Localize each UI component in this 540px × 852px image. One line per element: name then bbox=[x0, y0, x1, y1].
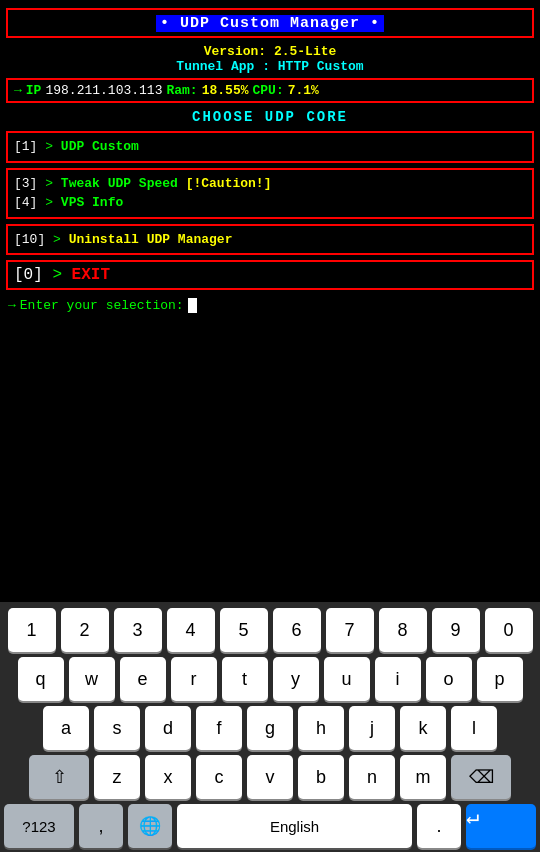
key-1[interactable]: 1 bbox=[8, 608, 56, 652]
key-t[interactable]: t bbox=[222, 657, 268, 701]
terminal-area: • UDP Custom Manager • Version: 2.5-Lite… bbox=[0, 0, 540, 325]
spacer bbox=[0, 325, 540, 602]
app-title: • UDP Custom Manager • bbox=[156, 15, 384, 32]
key-i[interactable]: i bbox=[375, 657, 421, 701]
a-row: a s d f g h j k l bbox=[4, 706, 536, 750]
key-0[interactable]: 0 bbox=[485, 608, 533, 652]
menu-box-uninstall: [10] > Uninstall UDP Manager bbox=[6, 224, 534, 256]
num-sym-key[interactable]: ?123 bbox=[4, 804, 74, 848]
key-4[interactable]: 4 bbox=[167, 608, 215, 652]
key-d[interactable]: d bbox=[145, 706, 191, 750]
return-icon: ↵ bbox=[466, 806, 479, 831]
key-7[interactable]: 7 bbox=[326, 608, 374, 652]
key-n[interactable]: n bbox=[349, 755, 395, 799]
key-w[interactable]: w bbox=[69, 657, 115, 701]
menu-item-3: [3] > Tweak UDP Speed [!Caution!] bbox=[14, 174, 526, 194]
key-h[interactable]: h bbox=[298, 706, 344, 750]
key-y[interactable]: y bbox=[273, 657, 319, 701]
ram-label: Ram: bbox=[166, 83, 197, 98]
key-o[interactable]: o bbox=[426, 657, 472, 701]
key-x[interactable]: x bbox=[145, 755, 191, 799]
key-6[interactable]: 6 bbox=[273, 608, 321, 652]
period-key[interactable]: . bbox=[417, 804, 461, 848]
key-v[interactable]: v bbox=[247, 755, 293, 799]
backspace-icon: ⌫ bbox=[469, 766, 494, 788]
key-f[interactable]: f bbox=[196, 706, 242, 750]
key-g[interactable]: g bbox=[247, 706, 293, 750]
key-q[interactable]: q bbox=[18, 657, 64, 701]
input-arrow: → bbox=[8, 298, 16, 313]
key-z[interactable]: z bbox=[94, 755, 140, 799]
ram-value: 18.55% bbox=[202, 83, 249, 98]
menu-item-10: [10] > Uninstall UDP Manager bbox=[14, 230, 526, 250]
backspace-key[interactable]: ⌫ bbox=[451, 755, 511, 799]
menu-box-3-4: [3] > Tweak UDP Speed [!Caution!] [4] > … bbox=[6, 168, 534, 219]
input-line: → Enter your selection: bbox=[6, 294, 534, 317]
space-label: English bbox=[270, 818, 319, 835]
choose-label: CHOOSE UDP CORE bbox=[6, 109, 534, 125]
globe-key[interactable]: 🌐 bbox=[128, 804, 172, 848]
version-line: Version: 2.5-Lite Tunnel App : HTTP Cust… bbox=[6, 44, 534, 74]
info-arrow: → bbox=[14, 83, 22, 98]
key-p[interactable]: p bbox=[477, 657, 523, 701]
key-l[interactable]: l bbox=[451, 706, 497, 750]
version-label: Version: 2.5-Lite bbox=[204, 44, 337, 59]
exit-box: [0] > EXIT bbox=[6, 260, 534, 290]
key-b[interactable]: b bbox=[298, 755, 344, 799]
info-box: → IP 198.211.103.113 Ram: 18.55% CPU: 7.… bbox=[6, 78, 534, 103]
key-2[interactable]: 2 bbox=[61, 608, 109, 652]
ip-label: IP bbox=[26, 83, 42, 98]
shift-icon: ⇧ bbox=[52, 766, 67, 788]
cpu-label: CPU: bbox=[252, 83, 283, 98]
cpu-value: 7.1% bbox=[288, 83, 319, 98]
bottom-row: ?123 , 🌐 English . ↵ bbox=[4, 804, 536, 848]
comma-key[interactable]: , bbox=[79, 804, 123, 848]
period-label: . bbox=[436, 816, 441, 837]
ip-value: 198.211.103.113 bbox=[45, 83, 162, 98]
input-label: Enter your selection: bbox=[20, 298, 184, 313]
key-e[interactable]: e bbox=[120, 657, 166, 701]
comma-label: , bbox=[98, 816, 103, 837]
key-3[interactable]: 3 bbox=[114, 608, 162, 652]
title-box: • UDP Custom Manager • bbox=[6, 8, 534, 38]
space-key[interactable]: English bbox=[177, 804, 412, 848]
tunnel-label: Tunnel App : HTTP Custom bbox=[176, 59, 363, 74]
number-row: 1 2 3 4 5 6 7 8 9 0 bbox=[4, 608, 536, 652]
menu-box-main: [1] > UDP Custom bbox=[6, 131, 534, 163]
key-a[interactable]: a bbox=[43, 706, 89, 750]
key-r[interactable]: r bbox=[171, 657, 217, 701]
num-sym-label: ?123 bbox=[22, 818, 55, 835]
z-row: ⇧ z x c v b n m ⌫ bbox=[4, 755, 536, 799]
key-8[interactable]: 8 bbox=[379, 608, 427, 652]
key-9[interactable]: 9 bbox=[432, 608, 480, 652]
key-m[interactable]: m bbox=[400, 755, 446, 799]
keyboard: 1 2 3 4 5 6 7 8 9 0 q w e r t y u i o p … bbox=[0, 602, 540, 852]
shift-key[interactable]: ⇧ bbox=[29, 755, 89, 799]
exit-label: EXIT bbox=[72, 266, 110, 284]
return-key[interactable]: ↵ bbox=[466, 804, 536, 848]
key-j[interactable]: j bbox=[349, 706, 395, 750]
key-c[interactable]: c bbox=[196, 755, 242, 799]
text-cursor bbox=[188, 298, 197, 313]
key-s[interactable]: s bbox=[94, 706, 140, 750]
menu-item-1: [1] > UDP Custom bbox=[14, 137, 526, 157]
key-5[interactable]: 5 bbox=[220, 608, 268, 652]
key-u[interactable]: u bbox=[324, 657, 370, 701]
q-row: q w e r t y u i o p bbox=[4, 657, 536, 701]
key-k[interactable]: k bbox=[400, 706, 446, 750]
globe-icon: 🌐 bbox=[139, 815, 161, 837]
menu-item-4: [4] > VPS Info bbox=[14, 193, 526, 213]
